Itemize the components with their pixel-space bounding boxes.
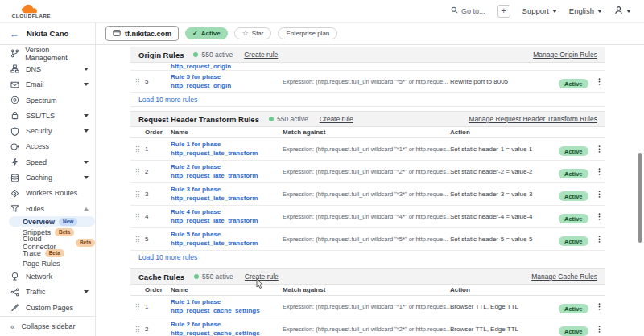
drag-handle-icon[interactable] [135, 325, 142, 334]
rule-order: 2 [145, 326, 171, 333]
rule-name-link[interactable]: Rule 2 for phasehttp_request_late_transf… [171, 163, 283, 180]
cloudflare-logo[interactable]: CLOUDFLARE [8, 4, 55, 18]
rule-name-link[interactable]: Rule 5 for phasehttp_request_origin [171, 73, 283, 90]
table-row-partial: http_request_origin [130, 63, 605, 71]
sidebar: Version ManagementDNSEmailSpectrumSSL/TL… [0, 45, 96, 336]
table-row: 4Rule 4 for phasehttp_request_late_trans… [130, 206, 605, 228]
table-row: 3Rule 3 for phasehttp_request_late_trans… [130, 183, 605, 206]
drag-handle-icon[interactable] [135, 77, 142, 86]
drag-handle-icon[interactable] [135, 145, 142, 154]
sidebar-item-rules[interactable]: Rules [0, 201, 95, 216]
create-rule-link[interactable]: Create rule [245, 272, 279, 281]
page-scrollbar-thumb[interactable] [638, 153, 642, 243]
manage-rules-link[interactable]: Manage Cache Rules [531, 272, 597, 281]
chevron-down-icon [84, 176, 89, 179]
main-content: Origin Rules550 activeCreate ruleManage … [96, 45, 644, 336]
sidebar-item-spectrum[interactable]: Spectrum [0, 92, 95, 108]
create-rule-link[interactable]: Create rule [244, 51, 278, 59]
sidebar-item-version-management[interactable]: Version Management [0, 46, 95, 61]
kebab-menu-button[interactable] [592, 77, 605, 86]
kebab-menu-button[interactable] [592, 235, 605, 244]
sidebar-item-security[interactable]: Security [0, 123, 95, 138]
create-rule-link[interactable]: Create rule [320, 115, 353, 123]
status-badge: Active [559, 214, 588, 223]
section-cache-rules: Cache Rules550 activeCreate ruleManage C… [130, 268, 605, 336]
drag-handle-icon[interactable] [135, 167, 142, 176]
sidebar-item-custom-pages[interactable]: Custom Pages [0, 300, 95, 315]
drag-handle-icon[interactable] [135, 212, 142, 221]
sidebar-item-ssl-tls[interactable]: SSL/TLS [0, 108, 95, 123]
language-menu[interactable]: English [569, 6, 602, 15]
rule-name-link[interactable]: Rule 3 for phasehttp_request_late_transf… [171, 186, 283, 203]
sidebar-item-caching[interactable]: Caching [0, 170, 95, 185]
speed-icon [10, 158, 20, 167]
manage-rules-link[interactable]: Manage Origin Rules [533, 51, 597, 59]
rule-name-link[interactable]: Rule 4 for phasehttp_request_late_transf… [171, 208, 283, 225]
rule-expression: Expression: (http.request.full_uri wildc… [283, 78, 450, 85]
sidebar-item-page-rules[interactable]: Page Rules [0, 258, 95, 268]
manage-rules-link[interactable]: Manage Request Header Transform Rules [469, 115, 597, 123]
rule-name-link[interactable]: Rule 5 for phasehttp_request_late_transf… [171, 231, 283, 248]
sidebar-item-label: Spectrum [26, 96, 57, 104]
section-request-header-transform-rules: Request Header Transform Rules550 active… [130, 111, 605, 264]
sidebar-item-workers-routes[interactable]: Workers Routes [0, 186, 95, 201]
rule-name-link[interactable]: http_request_origin [171, 63, 283, 71]
drag-handle-icon[interactable] [135, 190, 142, 199]
zone-bar: ← Nikita Cano tf.nikitac.com ✓ Active ☆ … [0, 23, 644, 45]
status-badge: Active [559, 169, 588, 178]
sidebar-subnav: OverviewNewSnippetsBetaCloud ConnectorBe… [0, 216, 95, 268]
rule-expression: Expression: (http.request.full_uri wildc… [283, 145, 450, 153]
kebab-menu-button[interactable] [592, 145, 605, 154]
status-badge: Active [559, 326, 588, 336]
status-badge: Active [559, 79, 588, 88]
rule-action: Set static header-2 = value-2 [450, 168, 559, 175]
sidebar-item-traffic[interactable]: Traffic [0, 285, 95, 300]
zone-selector[interactable]: tf.nikitac.com [105, 26, 179, 41]
plan-badge: Enterprise plan [278, 27, 337, 39]
dns-icon [10, 64, 20, 74]
sidebar-item-access[interactable]: Access [0, 139, 95, 154]
account-header: ← Nikita Cano [0, 23, 96, 44]
collapse-sidebar-button[interactable]: « Collapse sidebar [0, 316, 95, 336]
load-more-link[interactable]: Load 10 more rules [138, 253, 197, 261]
rule-order: 3 [145, 191, 171, 198]
add-site-button[interactable]: + [497, 5, 510, 18]
sidebar-item-overview[interactable]: OverviewNew [9, 216, 95, 227]
load-more-link[interactable]: Load 10 more rules [138, 96, 197, 104]
kebab-menu-button[interactable] [592, 167, 605, 176]
star-button[interactable]: ☆ Star [234, 27, 272, 39]
pages-icon [10, 303, 20, 313]
rule-name-link[interactable]: Rule 2 for phasehttp_request_cache_setti… [171, 321, 283, 336]
drag-handle-icon[interactable] [135, 235, 142, 244]
sidebar-item-label: Trace [23, 249, 41, 257]
sidebar-item-email[interactable]: Email [0, 77, 95, 92]
sidebar-item-trace[interactable]: TraceBeta [0, 248, 95, 258]
site-icon [113, 29, 121, 39]
zone-domain: tf.nikitac.com [125, 30, 171, 38]
sidebar-item-network[interactable]: Network [0, 268, 95, 284]
column-header-name: Name [171, 129, 283, 136]
user-menu[interactable] [614, 6, 631, 16]
column-header-order: Order [145, 129, 171, 136]
kebab-menu-button[interactable] [592, 302, 605, 311]
sidebar-item-dns[interactable]: DNS [0, 61, 95, 76]
back-arrow-button[interactable]: ← [10, 29, 19, 39]
kebab-menu-button[interactable] [592, 212, 605, 221]
kebab-menu-button[interactable] [592, 190, 605, 199]
rule-expression: Expression: (http.request.full_uri wildc… [283, 303, 450, 310]
sidebar-item-speed[interactable]: Speed [0, 154, 95, 170]
drag-handle-icon[interactable] [135, 302, 142, 311]
table-row: 2Rule 2 for phasehttp_request_cache_sett… [130, 318, 605, 336]
support-menu[interactable]: Support [522, 6, 557, 15]
collapse-label: Collapse sidebar [22, 322, 76, 330]
beta-badge: Beta [76, 239, 95, 247]
caching-icon [10, 173, 20, 182]
search-icon [451, 6, 458, 15]
status-badge: Active [559, 236, 588, 246]
sidebar-item-cloud-connector[interactable]: Cloud ConnectorBeta [0, 237, 95, 248]
global-search[interactable]: Go to... [451, 6, 485, 15]
chevron-down-icon [84, 114, 89, 117]
kebab-menu-button[interactable] [592, 325, 605, 334]
rule-name-link[interactable]: Rule 1 for phasehttp_request_late_transf… [171, 141, 283, 158]
rule-name-link[interactable]: Rule 1 for phasehttp_request_cache_setti… [171, 298, 283, 315]
